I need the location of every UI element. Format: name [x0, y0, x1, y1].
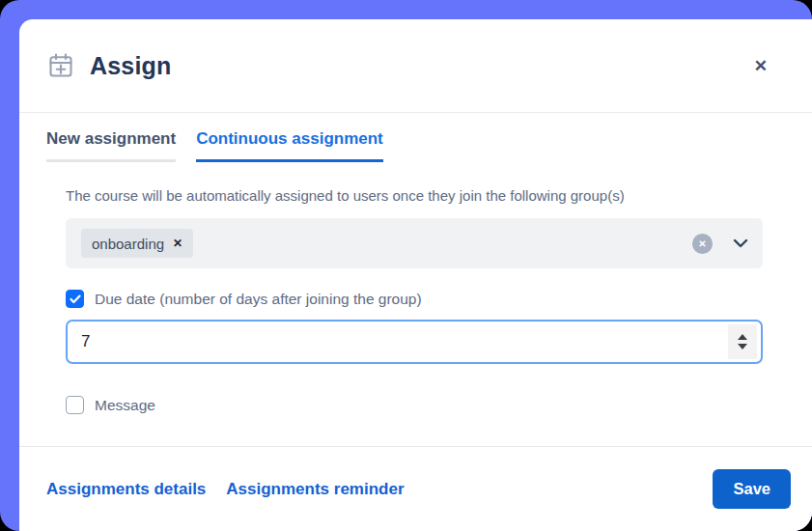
number-stepper[interactable]: [728, 324, 757, 359]
assign-modal: Assign ✕ New assignment Continuous assig…: [19, 19, 812, 531]
due-date-checkbox-row[interactable]: Due date (number of days after joining t…: [66, 290, 763, 308]
checkmark-icon: [70, 294, 81, 304]
screen-background: Assign ✕ New assignment Continuous assig…: [0, 0, 812, 531]
due-date-checkbox[interactable]: [66, 290, 84, 308]
assignments-details-link[interactable]: Assignments details: [46, 480, 206, 499]
tab-new-assignment[interactable]: New assignment: [46, 129, 176, 162]
message-checkbox[interactable]: [66, 396, 84, 414]
tab-bar: New assignment Continuous assignment: [46, 129, 785, 162]
modal-header: Assign ✕: [19, 19, 812, 113]
tab-continuous-assignment[interactable]: Continuous assignment: [196, 129, 383, 162]
message-checkbox-row[interactable]: Message: [66, 396, 763, 414]
calendar-plus-icon: [46, 51, 75, 80]
due-date-input[interactable]: [81, 332, 728, 351]
modal-body: The course will be automatically assigne…: [19, 162, 812, 414]
due-date-input-wrap: [66, 320, 763, 364]
save-button[interactable]: Save: [713, 469, 791, 509]
group-assign-description: The course will be automatically assigne…: [66, 187, 763, 204]
clear-selection-icon[interactable]: ✕: [692, 234, 713, 254]
due-date-label: Due date (number of days after joining t…: [95, 291, 422, 308]
modal-footer: Assignments details Assignments reminder…: [19, 446, 812, 531]
chevron-down-icon[interactable]: [733, 238, 748, 248]
close-icon[interactable]: ✕: [750, 54, 771, 78]
group-tag-label: onboarding: [92, 236, 164, 252]
remove-tag-icon[interactable]: ✕: [173, 237, 182, 250]
assignments-reminder-link[interactable]: Assignments reminder: [226, 480, 404, 499]
message-label: Message: [95, 397, 155, 414]
stepper-up-icon[interactable]: [738, 334, 747, 340]
group-select-field[interactable]: onboarding ✕ ✕: [66, 218, 763, 268]
group-tag: onboarding ✕: [81, 229, 193, 258]
stepper-down-icon[interactable]: [738, 344, 747, 349]
page-title: Assign: [90, 52, 750, 80]
